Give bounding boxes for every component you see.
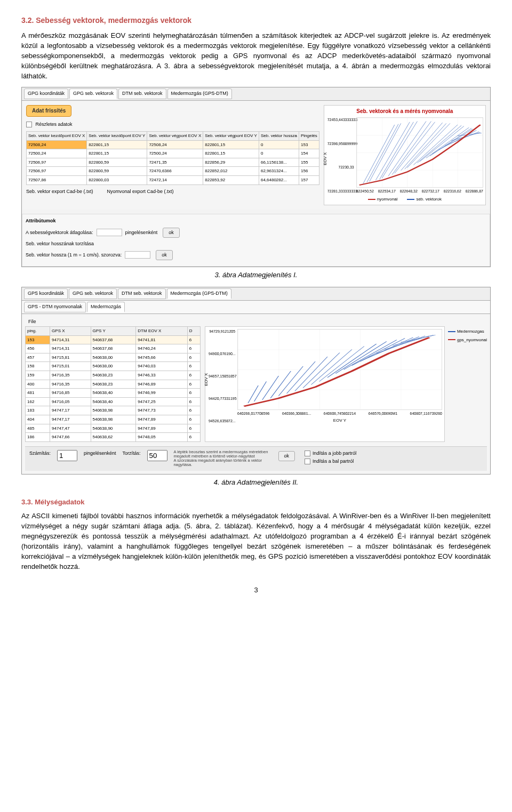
figure-4-caption: 4. ábra Adatmegjelenítés II. xyxy=(21,478,491,488)
tab2-gps-coords[interactable]: GPS koordináták xyxy=(24,288,68,299)
col-start-y: Seb. vektor kezdőpont EOV Y xyxy=(87,132,147,141)
detailed-data-label: Részletes adatok xyxy=(36,122,73,127)
col-length: Seb. vektor hossza xyxy=(259,132,299,141)
col-end-x: Seb. vektor végpont EOV X xyxy=(147,132,203,141)
bedmove-chart-box: EOV X 94729,9121205 94900,076190... 9465… xyxy=(205,326,445,442)
table-row[interactable]: 16294716,05540638,4094747,256 xyxy=(26,397,201,406)
tab2-gpg-seb[interactable]: GPG seb. vektorok xyxy=(69,288,117,299)
export-links-row: Seb. vektor export Cad-be (.txt) Nyomvon… xyxy=(26,188,319,195)
chart-xticks: 822450,52 822534,17 822648,32 822732,17 … xyxy=(356,189,483,194)
chart-title: Seb. vektorok és a mérés nyomvonala xyxy=(326,108,483,116)
table-row[interactable]: 48594747,47540638,9094747,896 xyxy=(26,424,201,433)
tab-gpg-seb-vectors[interactable]: GPG seb. vektorok xyxy=(69,89,117,99)
col-end-y: Seb. vektor végpont EOV Y xyxy=(203,132,259,141)
torz-label: Torzítás: xyxy=(123,450,141,457)
left-bank-checkbox[interactable] xyxy=(305,459,310,464)
svg-line-10 xyxy=(426,127,469,158)
attributes-title: Attribútumok xyxy=(26,218,486,224)
section-paragraph-1: A mérőeszköz mozgásának EOV szerinti hel… xyxy=(21,31,491,81)
file-menu[interactable]: File xyxy=(25,317,487,326)
scale-label: Seb. vektor hossza (1 m = 1 cm/s). szoro… xyxy=(26,252,122,259)
table-row[interactable]: 15894715,01540638,0094740,036 xyxy=(26,362,201,371)
tab2-dtm-seb[interactable]: DTM seb. vektorok xyxy=(118,288,166,299)
figure-3-screenshot: GPG koordináták GPG seb. vektorok DTM se… xyxy=(21,87,491,267)
table-row[interactable]: 72508,24822801,1572508,24822801,150153 xyxy=(27,140,319,149)
table-row[interactable]: 40094716,35540638,2394746,896 xyxy=(26,380,201,389)
chart-yticks: 72453,443333333 72398,958899999 72230,33… xyxy=(327,117,354,194)
avg-label: A sebességvektorok átlagolása: xyxy=(26,229,93,236)
tab-medermozgas[interactable]: Medermozgás (GPS-DTM) xyxy=(167,89,232,99)
torz-input[interactable] xyxy=(147,450,167,461)
svg-line-21 xyxy=(430,128,471,156)
calc-label: Számítás: xyxy=(29,450,51,457)
table-row[interactable]: 45794715,81540638,0094745,666 xyxy=(26,353,201,362)
refresh-button[interactable]: Adat frissítés xyxy=(26,105,71,117)
page-number: 3 xyxy=(21,585,491,596)
chart2-legend: Medermozgas gps_nyomvonal xyxy=(448,328,487,442)
calc-bar: Számítás: pingelésenként Torzítás: A lép… xyxy=(25,446,487,471)
calc-help-text: A lépték beosztas szerint a medermozgás … xyxy=(174,450,270,468)
table-row[interactable]: 72507,86822800,0372472,14822853,9264,648… xyxy=(27,176,319,185)
svg-line-9 xyxy=(420,126,464,162)
chart2-xlabel: EOV Y xyxy=(237,417,442,424)
col-d: D xyxy=(187,326,200,335)
svg-line-23 xyxy=(254,381,267,401)
table-row[interactable]: 40494747,17540638,9894747,896 xyxy=(26,415,201,424)
table-header-row: Seb. vektor kezdőpont EOV X Seb. vektor … xyxy=(27,132,319,141)
tab-gpg-coords[interactable]: GPG koordináták xyxy=(24,89,68,99)
avg-unit: pingelésenként xyxy=(125,229,158,236)
chart2-yticks: 94729,9121205 94900,076190... 94657,1585… xyxy=(209,329,235,424)
table-row[interactable]: 15394714,31540637,6894741,816 xyxy=(26,335,201,344)
svg-line-29 xyxy=(303,352,340,388)
chart-legend: nyomvonal seb. vektorok xyxy=(326,196,483,203)
export-path-link[interactable]: Nyomvonal export Cad-be (.txt) xyxy=(107,188,174,195)
table-row[interactable]: 72506,97822800,5972471,35822856,2966,115… xyxy=(27,158,319,167)
velocity-chart-box: Seb. vektorok és a mérés nyomvonala EOV … xyxy=(324,105,486,205)
svg-line-34 xyxy=(344,340,397,369)
chart-plot-area xyxy=(356,117,483,188)
scale-input[interactable] xyxy=(125,251,150,259)
table-row[interactable]: 15994716,35540638,2394746,336 xyxy=(26,371,201,380)
svg-line-16 xyxy=(367,124,398,182)
detailed-data-checkbox[interactable] xyxy=(26,122,32,127)
col-ping: ping. xyxy=(26,326,50,335)
tab-bar: GPG koordináták GPG seb. vektorok DTM se… xyxy=(22,87,490,101)
avg-input[interactable] xyxy=(97,229,122,236)
col-gpsy: GPS Y xyxy=(91,326,136,335)
col-gpsx: GPS X xyxy=(50,326,91,335)
outer-tab-bar: GPS koordináták GPG seb. vektorok DTM se… xyxy=(22,287,490,301)
right-bank-checkbox[interactable] xyxy=(305,451,310,456)
left-bank-label: Indítás a bal partról xyxy=(313,459,354,464)
chart2-xticks: 640266,017708596 640366,308861... 640606… xyxy=(237,411,442,416)
tab-dtm-seb-vectors[interactable]: DTM seb. vektorok xyxy=(118,89,166,99)
table-row[interactable]: 48194716,85540638,4094746,996 xyxy=(26,389,201,398)
col-ping: Pingelés xyxy=(299,132,319,141)
calc-unit: pingelésenként xyxy=(84,450,116,457)
calc-input[interactable] xyxy=(57,450,77,461)
calc-ok-button[interactable]: ok xyxy=(278,451,295,461)
inner-tab-paths[interactable]: GPS - DTM nyomvonalak xyxy=(24,302,86,312)
export-vectors-link[interactable]: Seb. vektor export Cad-be (.txt) xyxy=(26,188,93,195)
table-row[interactable]: 72506,97822800,5972470,6366822852,01262,… xyxy=(27,167,319,176)
scale-ok-button[interactable]: ok xyxy=(156,250,173,260)
table-row[interactable]: 72500,24822801,1572500,24822801,150154 xyxy=(27,149,319,158)
tab2-medermozgas[interactable]: Medermozgás (GPS-DTM) xyxy=(167,288,231,299)
table-row[interactable]: 18694747,66540638,6294748,056 xyxy=(26,433,201,442)
subsection-title: 3.3. Mélységadatok xyxy=(21,497,491,508)
table-row[interactable]: 18394747,17540638,9894747,736 xyxy=(26,406,201,415)
table-row[interactable]: 45694714,31540637,6894740,246 xyxy=(26,344,201,353)
inner-tab-bar: GPS - DTM nyomvonalak Medermozgás xyxy=(22,301,490,314)
depth-table[interactable]: ping. GPS X GPS Y DTM EOV X D 15394714,3… xyxy=(25,326,201,442)
velocity-vector-table[interactable]: Seb. vektor kezdőpont EOV X Seb. vektor … xyxy=(26,131,319,185)
inner-tab-medermozgas[interactable]: Medermozgás xyxy=(87,302,125,312)
chart2-plot-area xyxy=(237,329,442,410)
avg-ok-button[interactable]: ok xyxy=(163,228,180,238)
svg-line-5 xyxy=(395,122,435,173)
table-header-row: ping. GPS X GPS Y DTM EOV X D xyxy=(26,326,201,335)
svg-line-24 xyxy=(262,376,279,400)
svg-line-22 xyxy=(248,385,258,403)
col-dtmx: DTM EOV X xyxy=(136,326,188,335)
svg-line-28 xyxy=(295,357,327,391)
section-paragraph-2: Az ASCII kimeneti fájlból további haszno… xyxy=(21,511,491,572)
col-start-x: Seb. vektor kezdőpont EOV X xyxy=(27,132,87,141)
